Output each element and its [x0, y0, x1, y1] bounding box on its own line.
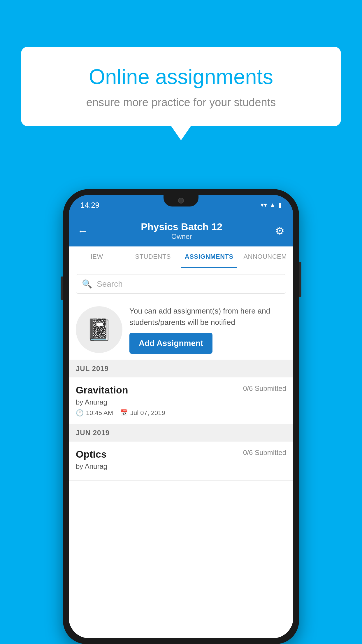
status-bar: 14:29 ▾▾ ▲ ▮ [69, 195, 293, 215]
settings-button[interactable]: ⚙ [275, 225, 284, 237]
tab-announcements[interactable]: ANNOUNCEM [237, 246, 294, 268]
status-icons: ▾▾ ▲ ▮ [261, 201, 282, 209]
phone-camera [178, 198, 184, 204]
assignment-meta-gravitation: 🕐 10:45 AM 📅 Jul 07, 2019 [76, 409, 286, 417]
assignment-date-gravitation: 📅 Jul 07, 2019 [120, 409, 165, 417]
app-header: ← Physics Batch 12 Owner ⚙ [69, 215, 293, 246]
assignment-item-optics[interactable]: Optics 0/6 Submitted by Anurag [69, 442, 293, 481]
speech-bubble: Online assignments ensure more practice … [21, 47, 341, 126]
clock-icon: 🕐 [76, 409, 84, 417]
signal-icon: ▲ [269, 201, 276, 209]
header-title-area: Physics Batch 12 Owner [141, 221, 222, 241]
status-time: 14:29 [80, 201, 99, 210]
tab-students[interactable]: STUDENTS [125, 246, 181, 268]
search-bar[interactable]: 🔍 Search [76, 274, 286, 294]
tab-iew[interactable]: IEW [69, 246, 125, 268]
search-input-placeholder[interactable]: Search [97, 279, 123, 289]
phone-side-button-right [299, 262, 301, 297]
assignment-submitted-gravitation: 0/6 Submitted [243, 384, 286, 393]
add-assignment-button[interactable]: Add Assignment [129, 333, 212, 354]
speech-bubble-subtitle: ensure more practice for your students [38, 96, 324, 109]
assignment-top-row: Gravitation 0/6 Submitted [76, 384, 286, 396]
content-area: 🔍 Search 📓 You can add assignment(s) fro… [69, 268, 293, 638]
search-container: 🔍 Search [69, 268, 293, 300]
assignment-title-gravitation: Gravitation [76, 384, 128, 396]
assignment-submitted-optics: 0/6 Submitted [243, 449, 286, 457]
calendar-icon: 📅 [120, 409, 128, 417]
assignment-by-optics: by Anurag [76, 462, 286, 470]
promo-content: You can add assignment(s) from here and … [129, 305, 286, 354]
assignment-time-text: 10:45 AM [86, 409, 113, 417]
assignment-date-text: Jul 07, 2019 [130, 409, 165, 417]
promo-text: You can add assignment(s) from here and … [129, 305, 286, 328]
search-icon: 🔍 [82, 279, 92, 289]
promo-icon-circle: 📓 [76, 306, 122, 353]
phone-frame: 14:29 ▾▾ ▲ ▮ ← Physics Batch 12 Owner ⚙ … [63, 189, 299, 644]
wifi-icon: ▾▾ [261, 201, 267, 209]
assignment-time-gravitation: 🕐 10:45 AM [76, 409, 113, 417]
header-subtitle: Owner [141, 232, 222, 241]
back-button[interactable]: ← [78, 225, 88, 237]
assignment-top-row-optics: Optics 0/6 Submitted [76, 449, 286, 460]
tab-assignments[interactable]: ASSIGNMENTS [181, 246, 237, 268]
speech-bubble-container: Online assignments ensure more practice … [21, 47, 341, 126]
phone-side-button-left [61, 276, 63, 300]
assignment-title-optics: Optics [76, 449, 107, 460]
battery-icon: ▮ [278, 201, 282, 209]
section-header-jun: JUN 2019 [69, 424, 293, 442]
phone-screen: ← Physics Batch 12 Owner ⚙ IEW STUDENTS … [69, 215, 293, 638]
add-assignment-promo: 📓 You can add assignment(s) from here an… [69, 300, 293, 360]
header-title: Physics Batch 12 [141, 221, 222, 232]
phone-notch [164, 195, 198, 206]
section-header-jul: JUL 2019 [69, 360, 293, 377]
tabs-container: IEW STUDENTS ASSIGNMENTS ANNOUNCEM [69, 246, 293, 268]
speech-bubble-title: Online assignments [38, 64, 324, 89]
notebook-icon: 📓 [86, 317, 112, 342]
assignment-by-gravitation: by Anurag [76, 398, 286, 406]
assignment-item-gravitation[interactable]: Gravitation 0/6 Submitted by Anurag 🕐 10… [69, 377, 293, 424]
